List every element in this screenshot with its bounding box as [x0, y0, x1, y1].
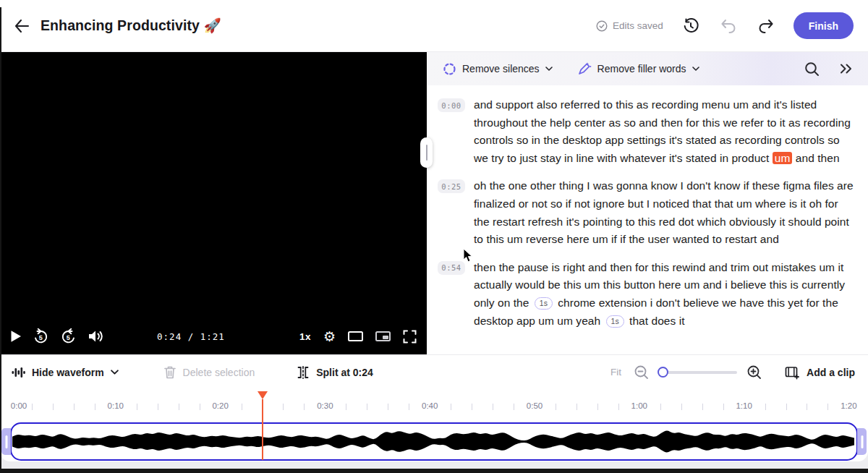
transcript-text[interactable]: then the pause is right and then for thi…	[474, 259, 855, 330]
transcript-timestamp[interactable]: 0:54	[438, 261, 465, 275]
finish-button[interactable]: Finish	[793, 12, 854, 39]
undo-button[interactable]	[718, 16, 739, 36]
zoom-slider-thumb[interactable]	[658, 367, 668, 378]
ruler-tick	[514, 404, 514, 410]
ruler-label: 1:00	[631, 401, 647, 410]
volume-button[interactable]	[88, 329, 104, 344]
remove-filler-words-label: Remove filler words	[597, 63, 686, 74]
transcript-timestamp[interactable]: 0:00	[438, 98, 465, 112]
delete-selection-button[interactable]: Delete selection	[163, 365, 255, 379]
split-icon	[297, 365, 310, 380]
transcript-segment: oh the one other thing I was gonna know …	[474, 179, 854, 245]
ruler-tick	[158, 404, 158, 410]
layout-button[interactable]	[348, 331, 363, 341]
volume-icon	[88, 329, 104, 344]
ruler-tick	[765, 404, 766, 410]
forward-5-button[interactable]: 5	[60, 328, 77, 345]
ruler-tick	[304, 404, 305, 410]
playhead-marker[interactable]	[258, 391, 268, 399]
waveform-toolbar: Hide waveform Delete selection Split at …	[0, 354, 868, 389]
filler-word-highlight[interactable]: um	[773, 152, 793, 164]
resize-grip-icon	[426, 145, 427, 161]
video-editor-app: Enhancing Productivity 🚀 Edits saved Fin…	[0, 0, 868, 473]
version-history-button[interactable]	[681, 16, 701, 36]
transcript-timestamp[interactable]: 0:25	[438, 179, 465, 193]
ruler-tick	[283, 404, 284, 410]
ruler-tick	[95, 404, 95, 410]
fit-button[interactable]: Fit	[610, 367, 621, 378]
settings-gear-icon[interactable]: ⚙︎	[323, 330, 336, 344]
picture-in-picture-icon	[375, 331, 391, 341]
playback-speed-button[interactable]: 1x	[299, 331, 311, 342]
audio-clip[interactable]	[10, 422, 858, 461]
ruler-tick	[367, 404, 367, 410]
remove-filler-words-dropdown[interactable]: Remove filler words	[577, 61, 699, 76]
ruler-tick	[618, 404, 619, 410]
ruler-tick	[597, 404, 598, 410]
topbar-actions: Edits saved Finish	[596, 12, 868, 39]
redo-icon	[757, 18, 775, 34]
ruler-tick	[242, 404, 242, 410]
playhead-line	[262, 399, 263, 460]
split-clip-button[interactable]: Split at 0:24	[297, 365, 373, 380]
fullscreen-button[interactable]	[403, 330, 417, 344]
zoom-in-button[interactable]	[744, 362, 765, 383]
ruler-tick	[576, 404, 577, 410]
ruler-label: 0:10	[108, 401, 124, 410]
zoom-slider[interactable]	[659, 371, 737, 374]
zoom-out-button[interactable]	[631, 362, 652, 383]
hide-waveform-dropdown[interactable]: Hide waveform	[12, 366, 119, 379]
video-player[interactable]: 5 5 0:24 / 1:21 1x ⚙︎	[0, 52, 427, 354]
rewind-5-button[interactable]: 5	[33, 328, 49, 345]
pause-pill[interactable]: 1s	[535, 297, 553, 310]
screen-edge-left	[0, 7, 1, 473]
pause-pill[interactable]: 1s	[606, 315, 624, 328]
ruler-tick	[660, 404, 661, 410]
waveform-icon	[12, 366, 25, 379]
hide-waveform-label: Hide waveform	[32, 367, 104, 378]
timeline-ruler[interactable]: 0:000:100:200:300:400:501:001:101:20	[0, 389, 868, 419]
page-title: Enhancing Productivity 🚀	[41, 17, 221, 34]
ruler-tick	[786, 404, 787, 410]
ruler-label: 0:30	[317, 401, 333, 410]
chevron-down-icon	[692, 67, 699, 71]
redo-button[interactable]	[756, 16, 776, 36]
back-button[interactable]	[7, 12, 36, 41]
panel-resize-handle[interactable]	[420, 137, 433, 168]
clip-trim-handle-left[interactable]	[1, 428, 11, 455]
transcript-text[interactable]: and support also referred to this as rec…	[474, 96, 855, 167]
clip-trim-handle-right[interactable]	[857, 428, 867, 455]
check-circle-icon	[596, 20, 608, 32]
waveform-panel	[0, 419, 868, 461]
ruler-label: 0:50	[527, 401, 542, 410]
ruler-tick	[681, 404, 682, 410]
remove-silences-dropdown[interactable]: Remove silences	[443, 62, 553, 76]
video-time-display: 0:24 / 1:21	[104, 331, 299, 342]
double-chevron-right-icon	[840, 64, 853, 74]
svg-text:5: 5	[39, 333, 43, 341]
collapse-panel-button[interactable]	[836, 59, 856, 79]
ruler-tick	[409, 404, 409, 410]
ruler-label: 1:10	[736, 401, 752, 410]
remove-silences-label: Remove silences	[462, 63, 540, 74]
back-arrow-icon	[14, 20, 29, 33]
transcript-segment: that does it	[626, 315, 685, 327]
ruler-label: 0:40	[422, 401, 438, 410]
add-clip-button[interactable]: Add a clip	[785, 365, 855, 380]
letterbox-icon	[348, 331, 363, 341]
trash-icon	[163, 365, 176, 379]
search-button[interactable]	[801, 59, 822, 79]
transcript-text[interactable]: oh the one other thing I was gonna know …	[474, 177, 855, 248]
delete-selection-label: Delete selection	[183, 367, 255, 378]
play-button[interactable]	[10, 330, 22, 343]
ruler-tick	[388, 404, 388, 410]
topbar: Enhancing Productivity 🚀 Edits saved Fin…	[0, 0, 868, 52]
timeline-section: 0:000:100:200:300:400:501:001:101:20	[0, 389, 868, 473]
rewind-5-icon: 5	[33, 328, 49, 345]
forward-5-icon: 5	[60, 328, 77, 345]
transcript-paragraph: 0:00and support also referred to this as…	[438, 96, 855, 167]
ruler-tick	[137, 404, 137, 410]
pip-button[interactable]	[375, 331, 391, 341]
transcript-paragraph: 0:25oh the one other thing I was gonna k…	[438, 177, 855, 248]
ruler-tick	[702, 404, 703, 410]
